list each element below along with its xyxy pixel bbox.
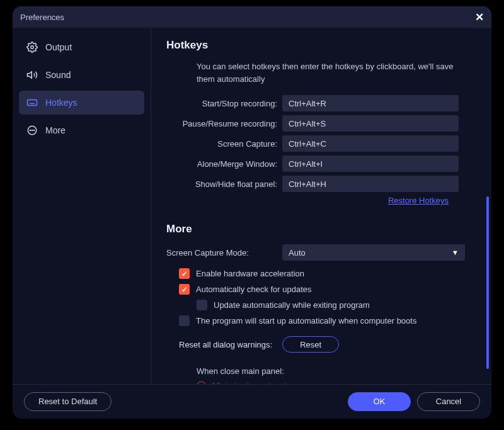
hotkey-input-start-stop[interactable] bbox=[282, 95, 459, 111]
sidebar-item-output[interactable]: Output bbox=[19, 35, 144, 59]
close-panel-label: When close main panel: bbox=[197, 366, 476, 376]
minimize-tray-row: Minimize to system tray bbox=[197, 381, 476, 384]
hw-accel-checkbox[interactable] bbox=[179, 268, 190, 279]
hotkey-row-screen-capture: Screen Capture: bbox=[166, 135, 476, 152]
titlebar: Preferences ✕ bbox=[13, 6, 491, 28]
hotkey-input-pause-resume[interactable] bbox=[282, 115, 459, 132]
hotkey-input-alone-merge[interactable] bbox=[282, 156, 459, 172]
hotkeys-intro: You can select hotkeys then enter the ho… bbox=[197, 60, 467, 85]
hotkeys-title: Hotkeys bbox=[166, 39, 476, 52]
hotkey-label: Alone/Merge Window: bbox=[166, 159, 282, 169]
startup-label: The program will start up automatically … bbox=[196, 316, 416, 325]
close-icon: ✕ bbox=[475, 11, 484, 24]
hotkey-row-alone-merge: Alone/Merge Window: bbox=[166, 156, 476, 172]
svg-point-0 bbox=[31, 46, 34, 49]
keyboard-icon bbox=[26, 97, 38, 108]
minimize-tray-label: Minimize to system tray bbox=[212, 381, 298, 384]
sidebar-item-more[interactable]: More bbox=[19, 118, 144, 142]
sidebar-item-hotkeys[interactable]: Hotkeys bbox=[19, 91, 144, 115]
reset-warnings-label: Reset all dialog warnings: bbox=[179, 340, 272, 349]
scroll-area[interactable]: Hotkeys You can select hotkeys then ente… bbox=[151, 28, 491, 384]
footer: Reset to Default OK Cancel bbox=[13, 384, 491, 418]
capture-mode-label: Screen Capture Mode: bbox=[166, 248, 282, 257]
reset-default-button[interactable]: Reset to Default bbox=[24, 392, 112, 411]
update-exit-row: Update automatically while exiting progr… bbox=[197, 300, 476, 310]
minimize-tray-radio[interactable] bbox=[197, 381, 206, 384]
sidebar-item-label: Sound bbox=[45, 70, 71, 80]
sidebar-item-sound[interactable]: Sound bbox=[19, 63, 144, 87]
hotkey-row-start-stop: Start/Stop recording: bbox=[166, 95, 476, 111]
svg-marker-1 bbox=[28, 72, 32, 79]
cancel-button[interactable]: Cancel bbox=[417, 392, 480, 411]
hotkey-label: Pause/Resume recording: bbox=[166, 119, 282, 128]
startup-row: The program will start up automatically … bbox=[179, 315, 476, 326]
reset-warnings-row: Reset all dialog warnings: Reset bbox=[179, 336, 476, 353]
auto-update-row: Automatically check for updates bbox=[179, 284, 476, 295]
capture-mode-row: Screen Capture Mode: Auto ▼ bbox=[166, 244, 476, 261]
more-section: More Screen Capture Mode: Auto ▼ Enable … bbox=[166, 223, 476, 384]
sidebar: Output Sound Hotkeys More bbox=[13, 28, 151, 384]
hotkey-input-screen-capture[interactable] bbox=[282, 135, 459, 152]
sidebar-item-label: More bbox=[45, 125, 66, 135]
hw-accel-row: Enable hardware acceleration bbox=[179, 268, 476, 279]
hotkey-label: Screen Capture: bbox=[166, 139, 282, 149]
preferences-window: Preferences ✕ Output Sound bbox=[13, 6, 491, 419]
chevron-down-icon: ▼ bbox=[452, 249, 459, 256]
update-exit-checkbox[interactable] bbox=[197, 300, 207, 310]
gear-icon bbox=[26, 42, 38, 53]
svg-point-10 bbox=[32, 130, 32, 130]
capture-mode-select[interactable]: Auto ▼ bbox=[282, 244, 465, 261]
auto-update-checkbox[interactable] bbox=[179, 284, 190, 295]
window-title: Preferences bbox=[20, 13, 64, 22]
hotkey-input-float-panel[interactable] bbox=[282, 176, 459, 192]
svg-point-9 bbox=[30, 130, 30, 130]
sound-icon bbox=[26, 69, 38, 81]
hotkey-row-pause-resume: Pause/Resume recording: bbox=[166, 115, 476, 132]
svg-rect-2 bbox=[28, 100, 37, 106]
restore-hotkeys-link[interactable]: Restore Hotkeys bbox=[166, 196, 449, 205]
sidebar-item-label: Output bbox=[45, 42, 72, 52]
more-title: More bbox=[166, 223, 476, 235]
hotkey-row-float-panel: Show/Hide float panel: bbox=[166, 176, 476, 192]
capture-mode-value: Auto bbox=[289, 248, 306, 257]
reset-warnings-button[interactable]: Reset bbox=[282, 336, 339, 353]
close-button[interactable]: ✕ bbox=[471, 9, 488, 25]
more-icon bbox=[26, 125, 38, 136]
ok-button[interactable]: OK bbox=[348, 392, 411, 411]
hotkey-label: Start/Stop recording: bbox=[166, 99, 282, 108]
hw-accel-label: Enable hardware acceleration bbox=[196, 269, 304, 278]
sidebar-item-label: Hotkeys bbox=[45, 98, 77, 108]
startup-checkbox[interactable] bbox=[179, 315, 190, 326]
hotkey-label: Show/Hide float panel: bbox=[166, 179, 282, 189]
scrollbar-thumb[interactable] bbox=[486, 196, 489, 369]
body: Output Sound Hotkeys More bbox=[13, 28, 491, 384]
main-panel: Hotkeys You can select hotkeys then ente… bbox=[151, 28, 491, 384]
update-exit-label: Update automatically while exiting progr… bbox=[214, 300, 370, 310]
svg-point-11 bbox=[33, 130, 34, 130]
auto-update-label: Automatically check for updates bbox=[196, 285, 312, 294]
